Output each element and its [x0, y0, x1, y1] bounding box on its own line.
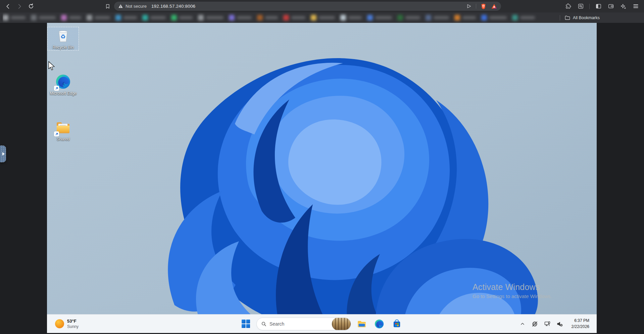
- brave-shields-button[interactable]: [480, 3, 487, 10]
- bookmark-favicon: [61, 15, 67, 20]
- bookmark-item[interactable]: [171, 15, 193, 20]
- bookmark-item[interactable]: [61, 15, 81, 20]
- bookmark-item[interactable]: [512, 15, 535, 20]
- url-text: 192.168.57.240:8006: [151, 4, 195, 9]
- taskbar-edge[interactable]: [373, 317, 386, 331]
- taskbar-clock[interactable]: 6:37 PM 2/22/2026: [572, 318, 589, 330]
- bookmark-label-blurred: [179, 16, 193, 19]
- volume-button[interactable]: [556, 321, 563, 327]
- bookmark-label-blurred: [206, 16, 224, 19]
- desktop-icon-label: Microsoft Edge: [50, 91, 77, 96]
- bookmark-label-blurred: [462, 16, 476, 19]
- forward-button[interactable]: [15, 2, 24, 11]
- sidebar-toggle-button[interactable]: [595, 3, 602, 10]
- bookmark-icon: [105, 4, 110, 9]
- wallet-icon: [608, 3, 614, 9]
- brave-rewards-button[interactable]: [490, 3, 498, 10]
- leo-ai-button[interactable]: [620, 3, 627, 10]
- ai-sparkle-icon: [620, 3, 627, 10]
- bookmark-favicon: [426, 15, 431, 20]
- page-content: ♻ Recycle Bin: [0, 23, 644, 334]
- reload-button[interactable]: [26, 2, 36, 11]
- search-input[interactable]: [269, 321, 332, 327]
- desktop-icon-shared-folder[interactable]: Shared: [48, 119, 79, 142]
- search-highlight-image[interactable]: [332, 318, 351, 330]
- bookmark-item[interactable]: [283, 15, 305, 20]
- wallet-button[interactable]: [607, 3, 614, 10]
- taskbar-file-explorer[interactable]: [355, 317, 368, 331]
- bookmark-item[interactable]: [481, 15, 507, 20]
- remote-windows-desktop[interactable]: ♻ Recycle Bin: [47, 23, 597, 333]
- share-button[interactable]: [465, 3, 473, 10]
- bookmark-item[interactable]: [454, 15, 476, 20]
- bookmark-favicon: [512, 15, 518, 20]
- back-button[interactable]: [3, 2, 13, 11]
- recycle-bin-icon: ♻: [55, 28, 71, 43]
- shortcut-arrow-icon: [54, 86, 59, 91]
- bookmark-item[interactable]: [198, 15, 224, 20]
- bookmark-label-blurred: [434, 16, 449, 19]
- bookmark-favicon: [115, 15, 121, 20]
- bookmarks-bar: All Bookmarks: [0, 12, 644, 23]
- bookmark-favicon: [367, 15, 373, 20]
- system-tray: 6:37 PM 2/22/2026: [519, 315, 597, 333]
- bookmark-item[interactable]: [367, 15, 392, 20]
- bookmark-item[interactable]: [426, 15, 449, 20]
- menu-button[interactable]: [632, 3, 639, 10]
- bookmark-label-blurred: [520, 16, 535, 19]
- display-connection-button[interactable]: [544, 321, 551, 327]
- bookmark-item[interactable]: [87, 15, 110, 20]
- clock-date: 2/22/2026: [572, 324, 589, 330]
- start-button[interactable]: [239, 317, 252, 331]
- monitor-plug-icon: [544, 321, 551, 327]
- bookmark-item[interactable]: [397, 15, 420, 20]
- bookmark-label-blurred: [69, 16, 81, 19]
- address-bar[interactable]: Not secure 192.168.57.240:8006: [114, 2, 501, 11]
- bookmark-label-blurred: [39, 16, 56, 19]
- bookmark-item[interactable]: [31, 15, 56, 20]
- bookmark-item[interactable]: [142, 15, 166, 20]
- network-status-button[interactable]: [532, 321, 538, 327]
- bookmark-item[interactable]: [229, 15, 252, 20]
- speaker-muted-icon: [556, 321, 563, 327]
- omnibox-separator: [476, 4, 476, 9]
- hamburger-menu-icon: [633, 3, 639, 9]
- bat-icon: [491, 4, 497, 9]
- weather-temperature: 53°F: [67, 319, 79, 324]
- bookmark-favicon: [3, 15, 8, 20]
- toolbar-actions: [564, 3, 639, 10]
- all-bookmarks-button[interactable]: All Bookmarks: [560, 15, 639, 20]
- bookmark-item[interactable]: [257, 15, 278, 20]
- microsoft-store-icon: [392, 319, 402, 329]
- taskbar-search-box[interactable]: [256, 318, 351, 330]
- bookmark-label-blurred: [375, 16, 392, 19]
- windows-taskbar: 53°F Sunny: [47, 314, 597, 333]
- security-chip[interactable]: Not secure: [118, 4, 147, 9]
- bookmark-favicon: [481, 15, 487, 20]
- bookmark-favicon: [171, 15, 177, 20]
- desktop-icon-recycle-bin[interactable]: ♻ Recycle Bin: [48, 27, 79, 50]
- bookmark-favicon: [198, 15, 204, 20]
- warning-icon: [118, 4, 123, 9]
- bookmark-item[interactable]: [340, 15, 362, 20]
- sunny-weather-icon: [55, 319, 64, 328]
- desktop-icon-microsoft-edge[interactable]: Microsoft Edge: [48, 73, 79, 96]
- bookmark-item[interactable]: [3, 15, 26, 20]
- bookmark-favicon: [283, 15, 289, 20]
- file-explorer-icon: [357, 319, 367, 329]
- weather-widget[interactable]: 53°F Sunny: [52, 315, 81, 333]
- extensions-button[interactable]: [564, 3, 572, 10]
- bookmarks-separator: [560, 15, 560, 20]
- brave-shield-icon: [481, 3, 486, 9]
- search-tabs-button[interactable]: [577, 3, 584, 10]
- taskbar-microsoft-store[interactable]: [390, 317, 403, 331]
- bookmark-this-tab-button[interactable]: [103, 2, 112, 11]
- vnc-control-bar-handle[interactable]: [0, 145, 6, 162]
- extensions-puzzle-icon: [565, 3, 572, 9]
- windows-logo-icon: [241, 319, 250, 328]
- bookmark-item[interactable]: [311, 15, 335, 20]
- bookmark-item[interactable]: [115, 15, 137, 20]
- bookmark-favicon: [142, 15, 148, 20]
- tray-overflow-button[interactable]: [519, 321, 526, 327]
- clock-time: 6:37 PM: [572, 318, 589, 324]
